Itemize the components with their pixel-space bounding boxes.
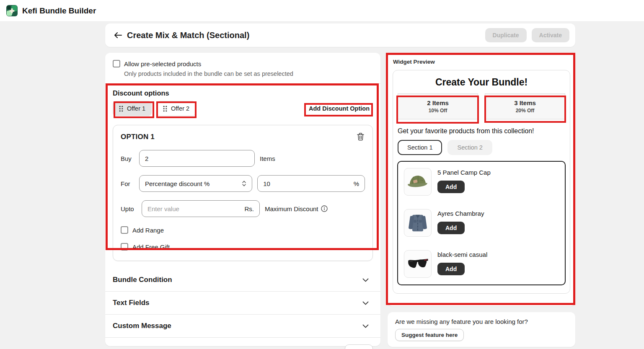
product-name: 5 Panel Camp Cap — [437, 169, 491, 176]
discount-value-field[interactable]: % — [257, 175, 365, 192]
app-logo-icon — [6, 5, 18, 16]
percent-suffix: % — [350, 180, 359, 187]
add-product-button[interactable]: Add — [437, 263, 465, 275]
duplicate-button[interactable]: Duplicate — [485, 28, 527, 42]
bundle-heading: Create Your Bundle! — [397, 77, 566, 88]
tier-off-label: 20% Off — [516, 108, 535, 114]
feedback-question: Are we missing any feature you are looki… — [395, 318, 568, 325]
chevron-down-icon — [362, 278, 369, 282]
tier-tile-2-items[interactable]: 2 Items 10% Off — [398, 93, 478, 119]
header-actions: Duplicate Activate — [485, 28, 569, 42]
chevron-down-icon — [362, 301, 369, 305]
upto-label: Upto — [121, 205, 137, 212]
app-title: Kefi Bundle Builder — [22, 6, 96, 16]
buy-quantity-field[interactable] — [139, 150, 255, 167]
product-list: 5 Panel Camp Cap Add — [397, 161, 566, 285]
buy-quantity-input[interactable] — [145, 155, 249, 162]
text-fields-title: Text Fields — [113, 299, 150, 307]
offer-tab-1[interactable]: Offer 1 — [113, 101, 152, 116]
offers-row: Offer 1 Offer 2 Add Discount Option — [113, 101, 373, 116]
add-product-button[interactable]: Add — [437, 181, 465, 193]
delete-option-button[interactable] — [356, 132, 365, 142]
arrow-left-icon — [114, 32, 122, 38]
discount-type-select[interactable]: Percentage discount % — [139, 175, 252, 192]
tab-section-2[interactable]: Section 2 — [447, 140, 492, 155]
shirt-product-image — [404, 209, 432, 237]
chevron-down-icon — [362, 324, 369, 328]
discount-value-input[interactable] — [263, 180, 350, 187]
drag-handle-icon[interactable] — [163, 106, 167, 112]
product-name: Ayres Chambray — [437, 210, 484, 217]
tier-off-label: 10% Off — [429, 108, 447, 114]
bundle-condition-section[interactable]: Bundle Condition — [105, 269, 380, 291]
bundle-settings-panel: Allow pre-selected products Only product… — [105, 53, 380, 346]
widget-preview-label: Widget Preview — [393, 59, 570, 65]
maximum-discount-label: Maximum Discount — [265, 205, 318, 212]
currency-suffix: Rs. — [241, 205, 254, 212]
trash-icon — [357, 133, 364, 141]
preselect-description: Only products included in the bundle can… — [124, 70, 372, 77]
next-button[interactable]: Next — [345, 344, 373, 349]
option-title: OPTION 1 — [121, 133, 155, 141]
back-button[interactable] — [111, 28, 124, 42]
form-footer: Next — [105, 338, 380, 349]
suggest-feature-button[interactable]: Suggest feature here — [395, 329, 464, 341]
product-row: black-semi casual Add — [404, 250, 559, 278]
collection-subtitle: Get your favorite products from this col… — [397, 127, 566, 135]
add-free-gift-checkbox[interactable] — [121, 243, 128, 251]
discount-options-section: Discount options Offer 1 Offer 2 Add Dis… — [105, 84, 380, 261]
custom-message-section[interactable]: Custom Message — [105, 315, 380, 337]
add-free-gift-label: Add Free Gift — [132, 243, 170, 251]
tier-items-label: 2 Items — [427, 99, 449, 106]
section-tabs: Section 1 Section 2 — [397, 140, 566, 155]
info-icon[interactable] — [321, 205, 328, 212]
add-range-checkbox[interactable] — [121, 226, 128, 234]
add-product-button[interactable]: Add — [437, 222, 465, 234]
offer-tab-2[interactable]: Offer 2 — [157, 101, 196, 116]
feedback-panel: Are we missing any feature you are looki… — [388, 312, 575, 347]
preselect-checkbox[interactable] — [113, 60, 120, 67]
offer-tab-label: Offer 1 — [127, 105, 145, 112]
max-discount-input[interactable] — [147, 205, 241, 212]
add-discount-option-button[interactable]: Add Discount Option — [305, 103, 373, 114]
select-caret-icon — [242, 180, 246, 187]
max-discount-field[interactable]: Rs. — [142, 200, 260, 217]
tier-tile-3-items[interactable]: 3 Items 20% Off — [485, 93, 565, 119]
product-name: black-semi casual — [437, 251, 487, 258]
app-bar: Kefi Bundle Builder — [0, 0, 644, 22]
custom-message-title: Custom Message — [113, 322, 171, 330]
widget-preview-panel: Widget Preview Create Your Bundle! 2 Ite… — [388, 53, 575, 306]
settings-accordion: Bundle Condition Text Fields Custom Mess… — [105, 269, 380, 338]
items-label: Items — [260, 155, 275, 162]
activate-button[interactable]: Activate — [532, 28, 569, 42]
page-header: Create Mix & Match (Sectional) Duplicate… — [105, 23, 575, 47]
bundle-condition-title: Bundle Condition — [113, 276, 172, 284]
cap-product-image — [404, 168, 432, 196]
product-row: 5 Panel Camp Cap Add — [404, 168, 559, 196]
page-title: Create Mix & Match (Sectional) — [127, 31, 249, 40]
tab-section-1[interactable]: Section 1 — [398, 140, 442, 155]
preselect-label: Allow pre-selected products — [124, 60, 201, 67]
for-label: For — [121, 180, 134, 187]
drag-handle-icon[interactable] — [119, 106, 123, 112]
discount-option-card: OPTION 1 Buy Items For Percentage discou… — [113, 125, 373, 261]
text-fields-section[interactable]: Text Fields — [105, 292, 380, 314]
tier-items-label: 3 Items — [514, 99, 536, 106]
preselect-section: Allow pre-selected products Only product… — [105, 53, 380, 83]
discount-type-value: Percentage discount % — [145, 180, 209, 187]
tier-tiles: 2 Items 10% Off 3 Items 20% Off — [397, 93, 566, 119]
sunglasses-product-image — [404, 250, 432, 278]
widget-preview-frame: Create Your Bundle! 2 Items 10% Off 3 It… — [393, 70, 570, 294]
product-row: Ayres Chambray Add — [404, 209, 559, 237]
buy-label: Buy — [121, 155, 134, 162]
offer-tab-label: Offer 2 — [171, 105, 189, 112]
discount-options-heading: Discount options — [113, 89, 373, 97]
add-range-label: Add Range — [132, 227, 164, 234]
